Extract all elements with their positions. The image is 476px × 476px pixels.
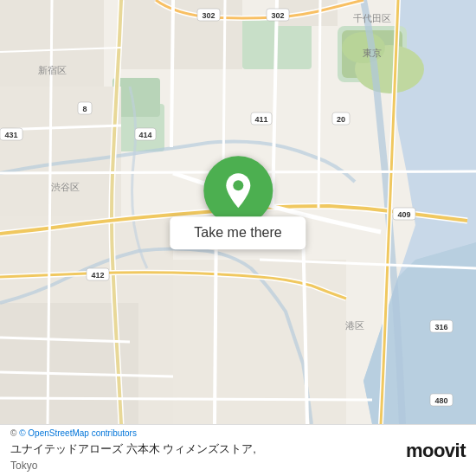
svg-line-29: [0, 398, 372, 400]
svg-line-23: [318, 0, 320, 208]
pin-icon: [222, 171, 254, 209]
osm-link[interactable]: © OpenStreetMap contributors: [19, 428, 137, 438]
svg-point-58: [233, 180, 243, 190]
svg-text:港区: 港区: [345, 320, 364, 331]
map-container: 302 302 414 20 411 8 431 412 409 316 480…: [0, 0, 476, 424]
svg-text:千代田区: 千代田区: [353, 13, 391, 23]
svg-text:渋谷区: 渋谷区: [51, 182, 80, 192]
svg-text:480: 480: [434, 396, 447, 405]
copyright-symbol: ©: [10, 428, 16, 438]
svg-text:東京: 東京: [363, 48, 382, 58]
moovit-wordmark: moovit: [406, 440, 466, 462]
moovit-text-main: moovit: [406, 440, 466, 461]
svg-text:8: 8: [82, 105, 87, 113]
svg-text:411: 411: [254, 115, 267, 124]
svg-text:20: 20: [337, 115, 345, 124]
take-me-there-button[interactable]: Take me there: [170, 216, 306, 249]
svg-text:302: 302: [202, 11, 215, 20]
svg-line-21: [223, 0, 225, 173]
svg-text:409: 409: [397, 210, 410, 219]
location-city: Tokyo: [10, 460, 37, 472]
svg-text:302: 302: [271, 11, 284, 20]
osm-attribution: © © OpenStreetMap contributors: [10, 428, 406, 438]
svg-line-20: [171, 0, 173, 147]
svg-text:316: 316: [434, 323, 447, 331]
bottom-bar: © © OpenStreetMap contributors ユナイテッドアロー…: [0, 424, 476, 476]
svg-rect-11: [0, 87, 121, 216]
svg-text:431: 431: [4, 131, 17, 139]
location-name: ユナイテッドアローズ 六本木 ウィメンズストア,: [10, 442, 256, 455]
svg-text:414: 414: [138, 131, 151, 139]
svg-text:412: 412: [91, 271, 104, 280]
location-pin: [203, 156, 273, 225]
moovit-logo: moovit: [406, 440, 466, 462]
navigation-overlay: Take me there: [170, 156, 306, 249]
svg-text:新宿区: 新宿区: [38, 65, 67, 75]
